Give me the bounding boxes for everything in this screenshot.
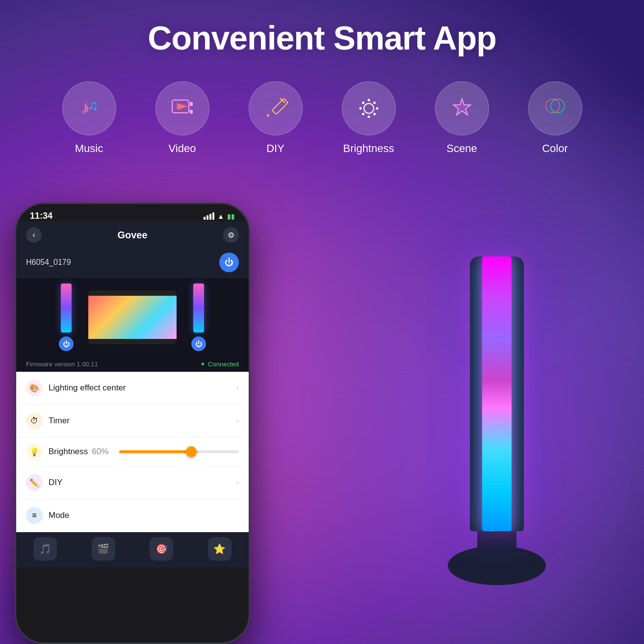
svg-marker-3: [177, 103, 188, 110]
firmware-row: Firmware version 1.00.11 ✦ Connected: [16, 357, 249, 372]
light-preview: ⏻ ⏻: [16, 278, 249, 357]
tab-diy[interactable]: 🎯: [132, 537, 191, 561]
left-light-bar: [61, 283, 72, 333]
svg-point-14: [362, 102, 364, 104]
menu-item-diy[interactable]: ✏️ DIY ›: [16, 466, 249, 499]
mode-label: Mode: [49, 511, 239, 520]
main-content: Convenient Smart App ♪ ♫ Music Video: [0, 0, 644, 644]
tab-music[interactable]: 🎵: [16, 537, 75, 561]
feature-scene-label: Scene: [446, 142, 477, 155]
lamp-body: [418, 247, 575, 615]
status-icons: ▲ ▮▮: [204, 212, 235, 220]
diy-menu-icon: ✏️: [26, 474, 43, 491]
brightness-value: 60%: [92, 447, 108, 457]
svg-rect-4: [190, 102, 193, 106]
timer-label: Timer: [49, 416, 231, 426]
tv-screen: [88, 296, 177, 339]
feature-color: Color: [528, 81, 582, 155]
feature-brightness-circle: [342, 81, 396, 135]
phone-container: 11:34 ▲ ▮▮ ‹ Govee: [15, 203, 250, 644]
feature-video-label: Video: [169, 142, 196, 155]
svg-marker-7: [266, 114, 269, 117]
scene-icon: [449, 95, 475, 122]
menu-item-brightness[interactable]: 💡 Brightness 60%: [16, 438, 249, 466]
phone: 11:34 ▲ ▮▮ ‹ Govee: [15, 203, 250, 644]
tab-scene-icon: ⭐: [208, 537, 232, 561]
back-button[interactable]: ‹: [26, 227, 42, 243]
lamp-light-strip: [482, 257, 512, 531]
brightness-menu-icon: 💡: [26, 443, 43, 460]
timer-icon: ⏱: [26, 412, 43, 429]
feature-brightness: Brightness: [342, 81, 396, 155]
features-row: ♪ ♫ Music Video: [0, 81, 644, 155]
svg-point-10: [367, 99, 370, 102]
svg-point-15: [373, 113, 376, 115]
brightness-label-group: Brightness 60%: [49, 447, 108, 457]
brightness-icon: [356, 95, 382, 122]
svg-rect-5: [190, 110, 193, 114]
left-power-button[interactable]: ⏻: [59, 336, 74, 351]
feature-music-circle: ♪ ♫: [62, 81, 116, 135]
slider-thumb[interactable]: [186, 446, 197, 457]
lighting-label: Lighting effect center: [49, 383, 231, 393]
svg-point-9: [364, 103, 374, 113]
feature-scene-circle: [435, 81, 489, 135]
signal-bar-4: [212, 212, 214, 220]
bluetooth-icon: ✦: [200, 361, 206, 368]
svg-point-13: [376, 107, 378, 110]
feature-diy-label: DIY: [266, 142, 284, 155]
diy-label: DIY: [49, 478, 231, 488]
svg-point-16: [373, 102, 376, 104]
signal-bar-2: [206, 215, 208, 220]
feature-video-circle: [155, 81, 209, 135]
feature-brightness-label: Brightness: [343, 142, 394, 155]
feature-scene: Scene: [435, 81, 489, 155]
tab-bar: 🎵 🎬 🎯 ⭐: [16, 532, 249, 567]
lighting-icon: 🎨: [26, 380, 43, 396]
menu-list: 🎨 Lighting effect center › ⏱ Timer › 💡: [16, 372, 249, 532]
svg-point-12: [359, 107, 361, 110]
feature-diy-circle: [249, 81, 303, 135]
feature-color-circle: [528, 81, 582, 135]
app-title: Govee: [117, 230, 147, 241]
app-header: ‹ Govee ⚙: [16, 221, 249, 249]
tab-diy-icon: 🎯: [150, 537, 173, 561]
color-icon: [542, 95, 568, 122]
menu-item-lighting[interactable]: 🎨 Lighting effect center ›: [16, 372, 249, 405]
lamp-top: [470, 257, 524, 531]
music-icon: ♪ ♫: [76, 95, 103, 122]
tab-video[interactable]: 🎬: [75, 537, 133, 561]
brightness-menu-label: Brightness: [49, 447, 88, 457]
diy-arrow: ›: [236, 478, 239, 487]
svg-point-22: [548, 103, 562, 117]
signal-bars: [204, 212, 214, 220]
settings-button[interactable]: ⚙: [223, 227, 239, 243]
svg-rect-6: [272, 99, 288, 115]
device-name: H6054_0179: [26, 258, 71, 267]
menu-item-mode[interactable]: ≡ Mode: [16, 499, 249, 532]
tab-scene[interactable]: ⭐: [191, 537, 249, 561]
lamp-container: [418, 247, 575, 615]
phone-notch: [98, 204, 167, 219]
signal-bar-1: [204, 217, 206, 220]
tab-music-icon: 🎵: [33, 537, 57, 561]
video-icon: [169, 95, 196, 122]
device-row: H6054_0179 ⏻: [16, 249, 249, 278]
pencil-icon: [262, 95, 289, 122]
feature-video: Video: [155, 81, 209, 155]
right-power-button[interactable]: ⏻: [191, 336, 206, 351]
feature-music: ♪ ♫ Music: [62, 81, 116, 155]
page-title: Convenient Smart App: [0, 0, 644, 57]
svg-point-11: [367, 116, 370, 118]
power-button[interactable]: ⏻: [219, 253, 239, 272]
feature-color-label: Color: [542, 142, 568, 155]
left-light-bar-container: ⏻: [59, 283, 74, 351]
firmware-text: Firmware version 1.00.11: [26, 361, 98, 368]
phone-time: 11:34: [30, 211, 52, 221]
lamp-base: [448, 546, 546, 585]
tv-preview: [88, 290, 177, 344]
slider-fill: [119, 450, 191, 453]
menu-item-timer[interactable]: ⏱ Timer ›: [16, 405, 249, 438]
svg-text:♫: ♫: [88, 98, 98, 113]
brightness-slider[interactable]: [119, 450, 239, 453]
